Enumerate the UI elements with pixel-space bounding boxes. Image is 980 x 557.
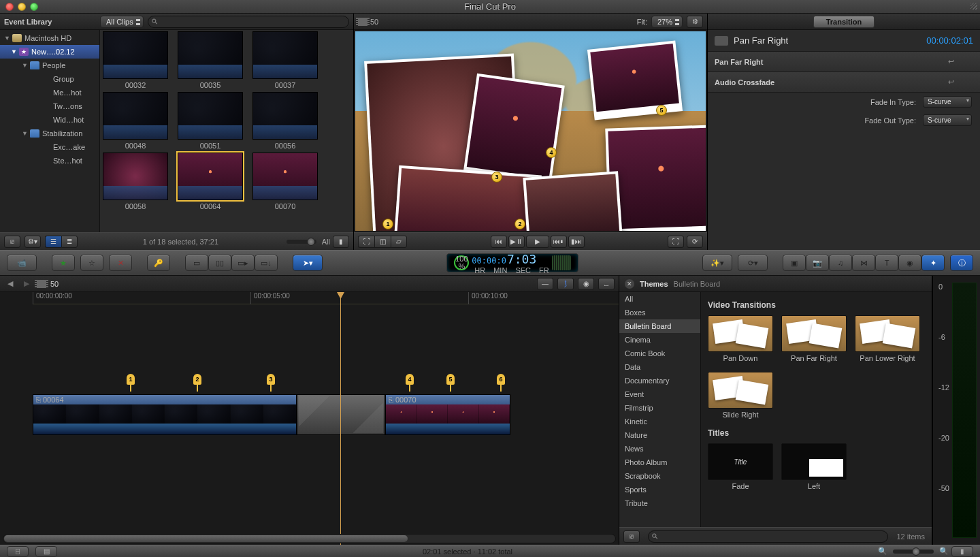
themes-grid[interactable]: Video Transitions Pan Down Pan Far Right… <box>701 292 932 527</box>
timeline-scrollbar[interactable] <box>3 534 616 543</box>
timeline-clip-00064[interactable]: ⎘00064 <box>33 394 297 435</box>
fade-in-popup[interactable]: S-curve <box>923 96 972 108</box>
tree-row-me-hot[interactable]: Me…hot <box>0 86 99 99</box>
audio-disclosure-button[interactable] <box>958 76 973 89</box>
reject-button[interactable]: ✕ <box>109 255 132 271</box>
audio-skimming-button[interactable]: ⟆ <box>557 278 574 290</box>
disclosure-icon[interactable]: ▼ <box>4 35 10 42</box>
timeline-marker-3[interactable]: 3 <box>267 374 275 389</box>
clip-appearance-footer-button[interactable]: ▮ <box>951 546 973 557</box>
clip-00032[interactable]: 00032 <box>103 31 168 89</box>
theme-category-all[interactable]: All <box>619 292 700 306</box>
zoom-out-icon[interactable]: 🔍 <box>878 547 887 556</box>
theme-category-documentary[interactable]: Documentary <box>619 374 700 387</box>
retime-button[interactable]: ⟳▾ <box>738 255 768 271</box>
tree-row-tw-ons[interactable]: Tw…ons <box>0 99 99 113</box>
transform-button[interactable]: ⛶ <box>358 236 374 248</box>
next-frame-button[interactable]: ▮⏭ <box>568 236 585 248</box>
window-resize-icon[interactable] <box>970 3 977 10</box>
timeline-zoom-slider[interactable] <box>893 550 934 554</box>
loop-button[interactable]: ⟳ <box>687 236 703 248</box>
tree-row-stabilization[interactable]: ▼ Stabilization <box>0 127 99 140</box>
theme-item-pan-far-right[interactable]: Pan Far Right <box>781 315 847 362</box>
clip-filter-popup[interactable]: All Clips <box>100 16 144 28</box>
fade-out-popup[interactable]: S-curve <box>923 114 972 126</box>
theme-category-bulletin-board[interactable]: Bulletin Board <box>619 319 700 333</box>
theme-item-pan-lower-right[interactable]: Pan Lower Right <box>855 315 920 362</box>
reset-section-button[interactable]: ↩ <box>943 56 958 68</box>
theme-category-kinetic[interactable]: Kinetic <box>619 415 700 428</box>
theme-item-pan-down[interactable]: Pan Down <box>708 315 773 362</box>
select-tool-button[interactable]: ➤▾ <box>293 255 323 271</box>
disclosure-icon[interactable]: ▼ <box>11 48 16 55</box>
inspector-duration[interactable]: 00:00:02:01 <box>926 35 973 46</box>
tree-row-ste-hot[interactable]: Ste…hot <box>0 154 99 168</box>
tree-row-group[interactable]: Group <box>0 72 99 86</box>
theme-category-nature[interactable]: Nature <box>619 428 700 442</box>
theme-category-comic-book[interactable]: Comic Book <box>619 347 700 360</box>
crop-button[interactable]: ◫ <box>374 236 391 248</box>
theme-item-left[interactable]: Left <box>781 443 847 490</box>
themes-close-button[interactable]: ✕ <box>625 279 634 289</box>
tree-row-new-02-12[interactable]: ▼ ★ New….02.12 <box>0 45 99 59</box>
section-disclosure-button[interactable] <box>958 56 973 68</box>
timecode-display[interactable]: 100% 00:00:0 7:03 HRMINSECFR <box>446 253 578 272</box>
theme-category-news[interactable]: News <box>619 442 700 456</box>
timeline-marker-4[interactable]: 4 <box>406 374 414 389</box>
timeline-index-button[interactable]: ⌸ <box>7 546 29 557</box>
clip-00056[interactable]: 00056 <box>252 92 318 150</box>
timeline-marker-1[interactable]: 1 <box>127 374 135 389</box>
viewer-canvas[interactable]: 1 2 3 4 5 <box>355 31 706 231</box>
tree-row-macintosh-hd[interactable]: ▼ Macintosh HD <box>0 31 99 45</box>
generators-browser-button[interactable]: ◉ <box>898 255 921 271</box>
viewer-settings-button[interactable]: ⚙ <box>687 16 703 28</box>
timeline-marker-5[interactable]: 5 <box>446 374 455 389</box>
theme-category-sports[interactable]: Sports <box>619 483 700 496</box>
prev-edit-button[interactable]: ⏮ <box>491 236 507 248</box>
timeline-marker-6[interactable]: 6 <box>497 374 505 389</box>
theme-category-filmstrip[interactable]: Filmstrip <box>619 401 700 415</box>
clip-00064[interactable]: 00064 <box>178 153 243 210</box>
inspector-tab-transition[interactable]: Transition <box>813 16 875 28</box>
history-fwd-button[interactable]: ▶ <box>20 278 33 289</box>
filmstrip-view-button[interactable]: ☰ <box>45 236 61 248</box>
history-back-button[interactable]: ◀ <box>4 278 16 289</box>
unrate-button[interactable]: ☆ <box>80 255 103 271</box>
titles-browser-button[interactable]: T <box>875 255 898 271</box>
overwrite-clip-button[interactable]: ▭↓ <box>255 255 278 271</box>
transitions-browser-button[interactable]: ⋈ <box>852 255 875 271</box>
music-browser-button[interactable]: ♫ <box>829 255 852 271</box>
effects-browser-button[interactable]: ▣ <box>783 255 806 271</box>
playhead[interactable] <box>340 292 341 545</box>
themes-search-input[interactable] <box>648 530 888 543</box>
clip-00070[interactable]: 00070 <box>252 153 318 210</box>
snapping-button[interactable]: ⎵ <box>598 278 615 290</box>
theme-item-fade[interactable]: Title Fade <box>708 443 773 490</box>
tree-row-wid-hot[interactable]: Wid…hot <box>0 113 99 127</box>
import-button[interactable]: 📹 <box>7 255 37 271</box>
append-clip-button[interactable]: ▭▸ <box>231 255 255 271</box>
clip-00048[interactable]: 00048 <box>103 92 168 150</box>
solo-button[interactable]: ◉ <box>578 278 594 290</box>
timeline-appearance-button[interactable]: ▤ <box>35 546 57 557</box>
clip-00035[interactable]: 00035 <box>178 31 243 89</box>
tree-row-exc-ake[interactable]: Exc…ake <box>0 140 99 154</box>
reset-audio-button[interactable]: ↩ <box>943 76 958 89</box>
event-tree[interactable]: ▼ Macintosh HD▼ ★ New….02.12▼ People Gro… <box>0 30 100 232</box>
enhance-button[interactable]: ✨▾ <box>702 255 732 271</box>
connect-clip-button[interactable]: ▭ <box>185 255 208 271</box>
clip-appearance-button[interactable]: ▮ <box>333 236 349 248</box>
timeline-marker-2[interactable]: 2 <box>193 374 201 389</box>
theme-category-data[interactable]: Data <box>619 360 700 374</box>
disclosure-icon[interactable]: ▼ <box>22 62 27 69</box>
zoom-in-icon[interactable]: 🔍 <box>939 547 949 556</box>
favorite-button[interactable]: ★ <box>52 255 75 271</box>
play-button[interactable]: ▶ <box>526 236 549 248</box>
inspector-toggle-button[interactable]: ⓘ <box>950 255 973 271</box>
theme-category-event[interactable]: Event <box>619 387 700 401</box>
theme-category-boxes[interactable]: Boxes <box>619 306 700 319</box>
photos-browser-button[interactable]: 📷 <box>806 255 829 271</box>
hide-library-button[interactable]: ⎚ <box>4 236 20 248</box>
tree-row-people[interactable]: ▼ People <box>0 59 99 72</box>
fullscreen-button[interactable]: ⛶ <box>668 236 684 248</box>
